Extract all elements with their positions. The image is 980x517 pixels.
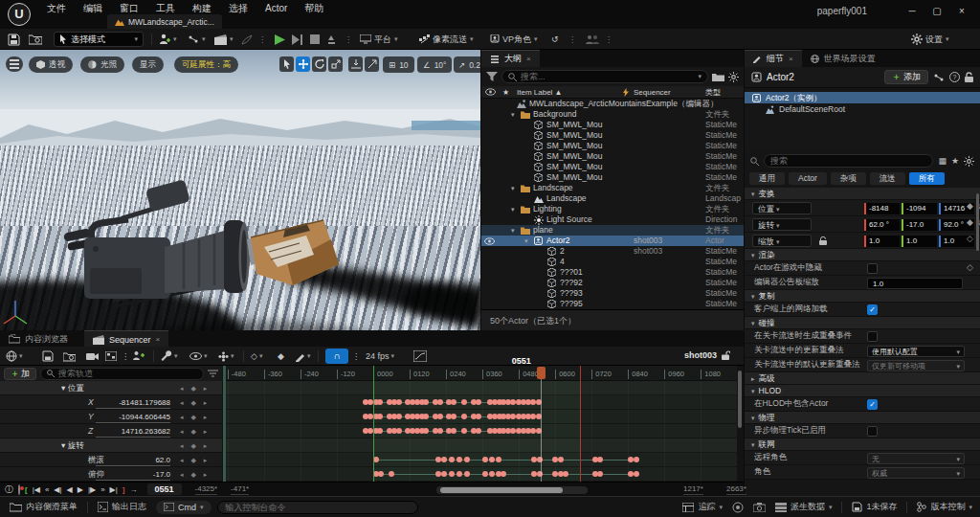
outliner-row[interactable]: SM_MWL_MouStaticMe [481, 172, 744, 183]
tab-content-browser[interactable]: 内容浏览器 [0, 330, 77, 348]
menu-item-5[interactable]: 选择 [220, 2, 256, 15]
browse-content-button[interactable] [29, 32, 42, 47]
keyframe-diamond-icon[interactable]: ◆ [967, 201, 973, 211]
sequencer-track-row[interactable]: Z14716.263682◂ ◆ ▸ [0, 424, 222, 438]
vp-role-dropdown[interactable]: VP角色▾ [490, 32, 538, 47]
keyframe-dot[interactable] [451, 428, 457, 434]
curve-editor-button[interactable] [413, 348, 427, 364]
show-flags-dropdown[interactable]: 显示 [132, 56, 164, 73]
transform-label-dropdown[interactable]: 位置 ▾ [752, 202, 812, 214]
undo-options-dots[interactable]: ⋮ [568, 32, 577, 47]
sequencer-track-row[interactable]: ▾ 旋转◂ ◆ ▸ [0, 438, 222, 453]
keyframe-dot[interactable] [449, 471, 455, 477]
keyframe-dot[interactable] [451, 414, 457, 419]
add-actor-button[interactable]: ▾ [159, 32, 177, 47]
sequencer-track-row[interactable]: 横滚62.0◂ ◆ ▸ [0, 453, 222, 467]
close-tab-icon[interactable]: × [526, 55, 531, 63]
play-forward-button[interactable]: ▶ [78, 485, 83, 494]
view-mode-dropdown[interactable]: 光照 [80, 56, 124, 73]
sequencer-timeline[interactable]: -480-360-240-120000001200240036004800600… [223, 366, 737, 482]
outliner-row[interactable]: SM_MWL_MouStaticMe [481, 120, 744, 130]
unreal-logo-icon[interactable]: U [8, 3, 31, 26]
blueprints-button[interactable]: ▾ [188, 32, 206, 47]
sequencer-track-row[interactable]: 俯仰-17.0◂ ◆ ▸ [0, 467, 222, 482]
property-input[interactable]: 1.0 [867, 278, 963, 289]
record-button[interactable] [18, 485, 20, 494]
keyframe-dot[interactable] [482, 457, 488, 462]
details-gear-icon[interactable] [964, 156, 974, 167]
save-sequence-button[interactable] [42, 348, 54, 364]
keyframe-dot[interactable] [634, 471, 639, 477]
viewport-menu-button[interactable] [6, 56, 23, 72]
render-options-dots[interactable]: ⋮ [122, 348, 130, 364]
keyframe-dot[interactable] [464, 471, 470, 477]
keyframe-dot[interactable] [389, 471, 394, 477]
derived-data-dropdown[interactable]: 派生数据▾ [775, 501, 833, 513]
outliner-row[interactable]: ???01StaticMe [481, 267, 744, 278]
channel-value-field[interactable]: 14716.263682 [96, 426, 170, 438]
section-header-HLOD[interactable]: ▾HLOD [745, 385, 980, 397]
sequencer-track-row[interactable]: Y-10944.606445◂ ◆ ▸ [0, 410, 222, 424]
world-dropdown[interactable]: ▾ [6, 348, 23, 364]
expand-arrow-icon[interactable]: ▾ [511, 183, 515, 193]
transform-value-field[interactable]: -8148 [864, 203, 900, 214]
add-component-button[interactable]: ＋添加 [884, 70, 928, 84]
sequencer-vertical-scrollbar[interactable] [738, 371, 742, 428]
transform-value-field[interactable]: -17.0 [902, 219, 937, 231]
outliner-row[interactable]: ???93StaticMe [481, 288, 744, 299]
outliner-column-header[interactable]: ★ Item Label ▲ Sequencer 类型 [481, 86, 744, 99]
info-icon[interactable]: ⓘ [5, 483, 13, 496]
section-header-复制[interactable]: ▾复制 [745, 290, 980, 303]
step-back-button[interactable]: ◀| [54, 485, 61, 494]
loop-mode-button[interactable]: → [130, 485, 138, 494]
undo-history-button[interactable]: ↺ [551, 32, 559, 47]
channel-value-field[interactable]: -81481.179688 [96, 397, 170, 409]
keyframe-dot[interactable] [464, 457, 470, 462]
asset-tab[interactable]: MWLandscape_Arctic... [107, 14, 222, 29]
outliner-row[interactable]: ▾Actor2shot003Actor [481, 236, 744, 246]
next-key-button[interactable]: » [100, 485, 104, 494]
playback-options[interactable]: ▾ [218, 348, 234, 364]
outliner-row[interactable]: SM_MWL_MouStaticMe [481, 162, 744, 172]
play-reverse-button[interactable]: ◀ [67, 485, 73, 494]
display-filter-icon[interactable]: ▦ [938, 156, 947, 166]
auto-key-toggle[interactable]: ◆ [278, 348, 284, 364]
grid-snap-control[interactable]: ⊞10 [383, 56, 414, 73]
tab-world-settings[interactable]: 世界场景设置 [802, 50, 884, 67]
menu-item-7[interactable]: 帮助 [296, 2, 332, 15]
keyframe-dot[interactable] [396, 399, 402, 405]
multi-user-dots[interactable]: ⋮ [605, 32, 613, 47]
add-track-button[interactable] [132, 348, 145, 364]
keyframe-dot[interactable] [563, 471, 568, 477]
render-movie-button[interactable] [105, 348, 117, 364]
component-row[interactable]: Actor2（实例） [745, 92, 980, 103]
keyframe-dot[interactable] [377, 399, 383, 405]
track-search-input[interactable]: 搜索轨道 [40, 368, 204, 380]
cinematics-button[interactable]: ▾ [214, 32, 234, 47]
transform-value-field[interactable]: 62.0 ° [864, 219, 900, 231]
key-navigation-buttons[interactable]: ◂ ◆ ▸ [180, 424, 210, 438]
prev-key-button[interactable]: « [45, 485, 49, 494]
keyframe-dot[interactable] [457, 471, 462, 477]
menu-item-6[interactable]: Actor [256, 3, 296, 13]
save-button[interactable] [8, 32, 20, 47]
keyframe-dot[interactable] [634, 457, 639, 462]
component-row[interactable]: DefaultSceneRoot [745, 103, 980, 115]
view-end-field[interactable]: 2663* [726, 484, 746, 495]
property-checkbox[interactable]: ✓ [867, 304, 878, 315]
outliner-row[interactable]: 4StaticMe [481, 257, 744, 267]
outliner-row[interactable]: Light SourceDirection [481, 214, 744, 225]
tab-sequencer[interactable]: Sequencer× [84, 330, 168, 348]
outliner-row[interactable]: ▾Background文件夹 [481, 109, 744, 120]
rotate-tool-button[interactable] [312, 56, 326, 72]
keyframe-dot[interactable] [437, 414, 443, 419]
editor-mode-dropdown[interactable]: 选择模式 ▾ [54, 32, 144, 47]
transform-label-dropdown[interactable]: 旋转 ▾ [752, 218, 812, 231]
cmd-dropdown[interactable]: Cmd▾ [156, 501, 212, 514]
to-front-button[interactable]: |◀ [33, 485, 40, 494]
modes-extra-icon[interactable] [241, 32, 253, 47]
snap-options-dots[interactable]: ⋮ [352, 348, 361, 364]
key-navigation-buttons[interactable]: ◂ ◆ ▸ [180, 381, 210, 395]
keyframe-dot[interactable] [378, 471, 384, 477]
key-navigation-buttons[interactable]: ◂ ◆ ▸ [180, 467, 210, 482]
